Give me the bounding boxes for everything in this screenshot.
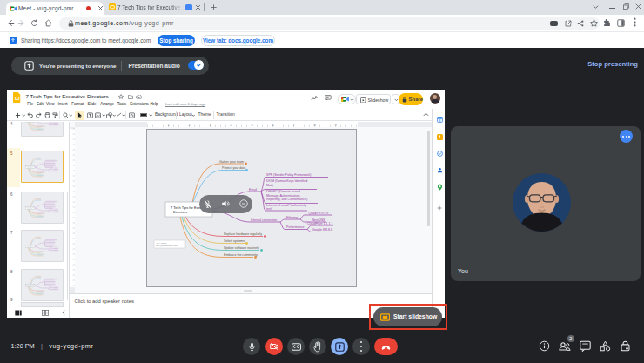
svg-text:Replace hardware regularly: Replace hardware regularly bbox=[224, 232, 262, 236]
svg-text:2: 2 bbox=[188, 123, 191, 127]
svg-text:7: 7 bbox=[292, 123, 295, 127]
svg-text:5: 5 bbox=[251, 123, 253, 127]
svg-text:Gather your team: Gather your team bbox=[219, 160, 244, 164]
svg-text:DKIM (DomainKeys Identified: DKIM (DomainKeys Identified bbox=[266, 179, 307, 183]
svg-text:Select systems: Select systems bbox=[224, 239, 245, 243]
svg-text:Quad9 9.9.9.9: Quad9 9.9.9.9 bbox=[309, 212, 329, 215]
svg-text:Reporting, and Conformance): Reporting, and Conformance) bbox=[266, 198, 307, 201]
svg-text:Filtering: Filtering bbox=[286, 216, 298, 219]
svg-text:7 Tech Tips for Exec: 7 Tech Tips for Exec bbox=[171, 205, 202, 210]
svg-text:Google 8.8.8.8: Google 8.8.8.8 bbox=[312, 228, 333, 232]
svg-text:Protect your data: Protect your data bbox=[222, 166, 245, 170]
svg-text:3: 3 bbox=[209, 123, 211, 127]
svg-text:Performance: Performance bbox=[286, 225, 305, 229]
svg-text:CloudFlare 1.1.1.1: CloudFlare 1.1.1.1 bbox=[307, 222, 333, 225]
svg-text:1: 1 bbox=[167, 123, 170, 127]
svg-text:Directors: Directors bbox=[173, 210, 187, 214]
svg-text:test": test" bbox=[266, 207, 273, 211]
svg-text:Embrace the community: Embrace the community bbox=[224, 253, 258, 257]
svg-text:Internal connection: Internal connection bbox=[251, 218, 277, 222]
svg-text:Email: Email bbox=[249, 188, 257, 192]
svg-text:Update software routinely: Update software routinely bbox=[224, 246, 259, 250]
svg-text:Message Authentication,: Message Authentication, bbox=[266, 194, 300, 198]
svg-text:9: 9 bbox=[334, 123, 337, 127]
svg-text:SPF (Sender Policy Framework): SPF (Sender Policy Framework) bbox=[266, 173, 312, 177]
svg-text:DMARC (Domain-based: DMARC (Domain-based bbox=[266, 190, 300, 193]
svg-text:8: 8 bbox=[313, 123, 316, 127]
svg-text:4: 4 bbox=[230, 123, 232, 127]
svg-text:6: 6 bbox=[272, 123, 274, 127]
svg-text:amy@theattentive.com: amy@theattentive.com bbox=[156, 245, 177, 247]
svg-text:Mail): Mail) bbox=[266, 184, 273, 187]
